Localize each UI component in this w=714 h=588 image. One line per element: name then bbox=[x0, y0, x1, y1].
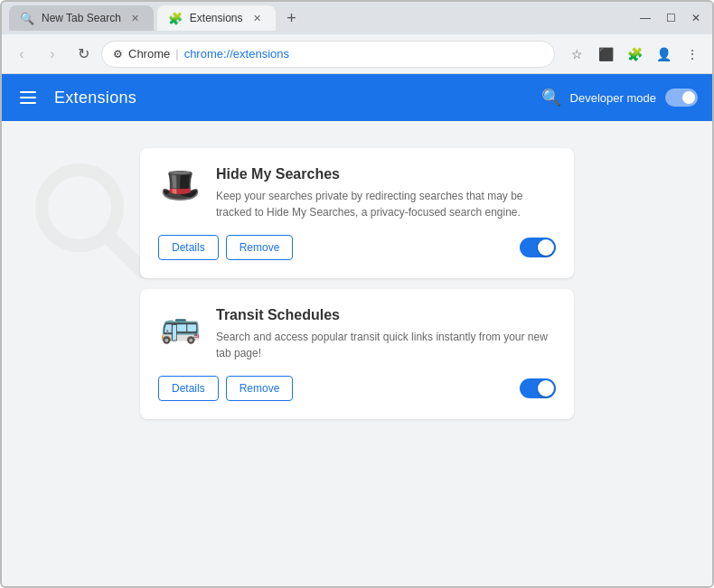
address-domain: Chrome bbox=[128, 47, 170, 61]
forward-button[interactable]: › bbox=[40, 42, 65, 67]
hamburger-menu[interactable] bbox=[16, 88, 40, 107]
extensions-header-right: 🔍 Developer mode bbox=[541, 88, 698, 107]
transit-schedules-desc: Search and access popular transit quick … bbox=[216, 329, 556, 361]
developer-mode-toggle-knob bbox=[682, 91, 695, 104]
hide-my-searches-desc: Keep your searches private by redirectin… bbox=[216, 188, 556, 220]
extension-card-transit-schedules: 🚌 Transit Schedules Search and access po… bbox=[140, 289, 574, 419]
tab-extensions-close[interactable]: ✕ bbox=[250, 11, 265, 25]
toolbar-icons: ☆ ⬛ 🧩 👤 ⋮ bbox=[564, 42, 705, 67]
svg-point-0 bbox=[42, 170, 117, 246]
bookmark-icon[interactable]: ☆ bbox=[564, 42, 589, 67]
tab-new-tab-search-title: New Tab Search bbox=[42, 12, 121, 24]
title-bar: 🔍 New Tab Search ✕ 🧩 Extensions ✕ + — ☐ … bbox=[2, 2, 712, 34]
transit-schedules-info: Transit Schedules Search and access popu… bbox=[216, 307, 556, 361]
transit-schedules-actions: Details Remove bbox=[158, 376, 556, 401]
menu-icon[interactable]: ⋮ bbox=[680, 42, 705, 67]
hide-my-searches-toggle-knob bbox=[538, 239, 554, 256]
hide-my-searches-name: Hide My Searches bbox=[216, 166, 556, 182]
reload-button[interactable]: ↻ bbox=[70, 42, 96, 67]
extension-card-hide-my-searches: 🎩 Hide My Searches Keep your searches pr… bbox=[140, 148, 574, 278]
developer-mode-toggle[interactable] bbox=[665, 89, 698, 107]
extensions-list: 🎩 Hide My Searches Keep your searches pr… bbox=[140, 148, 574, 419]
address-separator: | bbox=[175, 47, 178, 61]
extensions-content: fish.com 🎩 Hide My Searches Keep your se… bbox=[2, 121, 712, 586]
new-tab-button[interactable]: + bbox=[279, 5, 305, 31]
hide-my-searches-actions: Details Remove bbox=[158, 235, 556, 260]
transit-schedules-details-button[interactable]: Details bbox=[158, 376, 219, 401]
minimize-button[interactable]: — bbox=[636, 9, 654, 27]
window-controls: — ☐ ✕ bbox=[636, 9, 705, 27]
extension-icon[interactable]: 🧩 bbox=[622, 42, 647, 67]
tab-new-tab-search-close[interactable]: ✕ bbox=[128, 11, 143, 25]
hamburger-line-2 bbox=[20, 97, 36, 98]
extensions-search-icon[interactable]: 🔍 bbox=[541, 88, 561, 107]
back-button[interactable]: ‹ bbox=[9, 42, 34, 67]
profile-icon[interactable]: 👤 bbox=[651, 42, 676, 67]
tab-extensions-title: Extensions bbox=[190, 12, 243, 24]
hide-my-searches-details-button[interactable]: Details bbox=[158, 235, 219, 260]
address-favicon: ⚙ bbox=[113, 48, 123, 61]
hamburger-line-1 bbox=[20, 91, 36, 93]
transit-schedules-toggle-container bbox=[520, 378, 556, 398]
extension-card-top: 🎩 Hide My Searches Keep your searches pr… bbox=[158, 166, 556, 220]
browser-window: 🔍 New Tab Search ✕ 🧩 Extensions ✕ + — ☐ … bbox=[0, 0, 714, 588]
transit-schedules-toggle-knob bbox=[538, 380, 554, 397]
address-url: chrome://extensions bbox=[184, 47, 289, 61]
extensions-header: Extensions 🔍 Developer mode bbox=[2, 74, 712, 121]
hide-my-searches-toggle-container bbox=[520, 238, 556, 257]
maximize-button[interactable]: ☐ bbox=[662, 9, 680, 27]
transit-schedules-remove-button[interactable]: Remove bbox=[226, 376, 294, 401]
hide-my-searches-icon: 🎩 bbox=[158, 166, 202, 204]
hamburger-line-3 bbox=[20, 102, 36, 104]
tab-new-tab-search-icon: 🔍 bbox=[20, 12, 34, 25]
close-button[interactable]: ✕ bbox=[687, 9, 705, 27]
tab-new-tab-search[interactable]: 🔍 New Tab Search ✕ bbox=[9, 5, 154, 31]
svg-line-1 bbox=[108, 236, 143, 271]
extension-card-top: 🚌 Transit Schedules Search and access po… bbox=[158, 307, 556, 361]
hide-my-searches-toggle[interactable] bbox=[520, 238, 556, 257]
transit-schedules-icon: 🚌 bbox=[158, 307, 202, 345]
address-bar[interactable]: ⚙ Chrome | chrome://extensions bbox=[101, 41, 555, 68]
hide-my-searches-info: Hide My Searches Keep your searches priv… bbox=[216, 166, 556, 220]
magnifier-watermark bbox=[29, 157, 155, 284]
capture-icon[interactable]: ⬛ bbox=[593, 42, 618, 67]
transit-schedules-toggle[interactable] bbox=[520, 378, 556, 398]
extensions-header-title: Extensions bbox=[54, 89, 136, 107]
hide-my-searches-remove-button[interactable]: Remove bbox=[226, 235, 294, 260]
tab-extensions-icon: 🧩 bbox=[168, 12, 183, 25]
transit-schedules-name: Transit Schedules bbox=[216, 307, 556, 323]
developer-mode-label: Developer mode bbox=[570, 91, 656, 105]
toolbar: ‹ › ↻ ⚙ Chrome | chrome://extensions ☆ ⬛… bbox=[2, 34, 712, 74]
tab-extensions[interactable]: 🧩 Extensions ✕ bbox=[157, 5, 276, 31]
